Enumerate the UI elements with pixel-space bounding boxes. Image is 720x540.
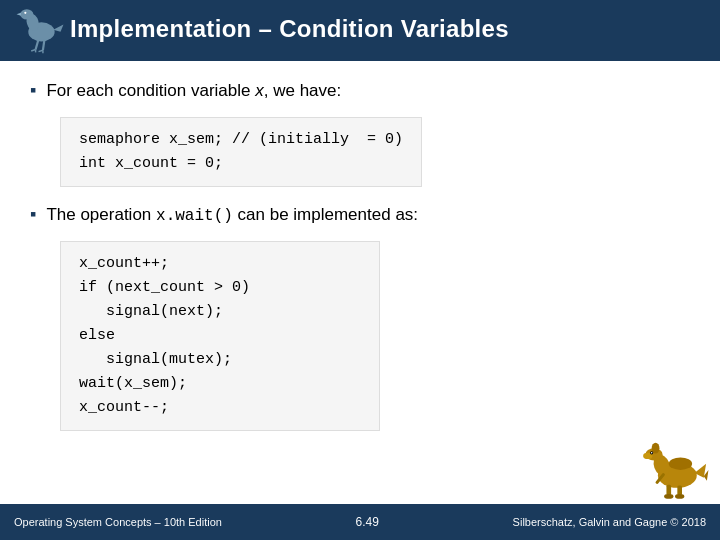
- code1-line-2: int x_count = 0;: [79, 152, 403, 176]
- bullet1-text-after: , we have:: [264, 81, 342, 100]
- code-block-2: x_count++; if (next_count > 0) signal(ne…: [60, 241, 380, 431]
- code2-line-4: else: [79, 324, 361, 348]
- bullet-icon-2: ▪: [30, 204, 36, 225]
- dinosaur-left-icon: [10, 4, 70, 59]
- svg-point-21: [669, 458, 692, 470]
- bullet-2: ▪ The operation x.wait() can be implemen…: [30, 203, 690, 227]
- slide-content: ▪ For each condition variable x, we have…: [0, 61, 720, 457]
- bullet-text-2: The operation x.wait() can be implemente…: [46, 203, 418, 227]
- bullet2-text-after: can be implemented as:: [233, 205, 418, 224]
- svg-point-18: [651, 452, 653, 454]
- footer-right: Silberschatz, Galvin and Gagne © 2018: [513, 516, 706, 528]
- code2-line-7: x_count--;: [79, 396, 361, 420]
- slide-header: Implementation – Condition Variables: [0, 0, 720, 58]
- code2-line-2: if (next_count > 0): [79, 276, 361, 300]
- bullet2-code: x.wait(): [156, 207, 233, 225]
- code1-line-1: semaphore x_sem; // (initially = 0): [79, 128, 403, 152]
- code-block-1: semaphore x_sem; // (initially = 0) int …: [60, 117, 422, 187]
- svg-point-2: [20, 9, 33, 19]
- bullet-icon-1: ▪: [30, 80, 36, 101]
- svg-point-24: [664, 494, 673, 499]
- slide-footer: Operating System Concepts – 10th Edition…: [0, 504, 720, 540]
- code2-line-6: wait(x_sem);: [79, 372, 361, 396]
- svg-line-7: [43, 40, 44, 50]
- svg-line-6: [36, 39, 39, 49]
- bullet-text-1: For each condition variable x, we have:: [46, 79, 341, 103]
- svg-marker-3: [17, 13, 21, 16]
- footer-center: 6.49: [356, 515, 379, 529]
- svg-point-25: [675, 494, 684, 499]
- bullet1-text-before: For each condition variable: [46, 81, 255, 100]
- slide-title: Implementation – Condition Variables: [70, 15, 509, 43]
- bullet1-variable: x: [255, 81, 264, 100]
- bullet-1: ▪ For each condition variable x, we have…: [30, 79, 690, 103]
- svg-rect-22: [666, 485, 671, 496]
- svg-marker-5: [53, 25, 63, 32]
- svg-point-4: [24, 12, 26, 14]
- code2-line-5: signal(mutex);: [79, 348, 361, 372]
- code2-line-3: signal(next);: [79, 300, 361, 324]
- bullet2-text-before: The operation: [46, 205, 156, 224]
- dinosaur-right-icon: [640, 439, 710, 504]
- code2-line-1: x_count++;: [79, 252, 361, 276]
- slide: Implementation – Condition Variables ▪ F…: [0, 0, 720, 540]
- footer-left: Operating System Concepts – 10th Edition: [14, 516, 222, 528]
